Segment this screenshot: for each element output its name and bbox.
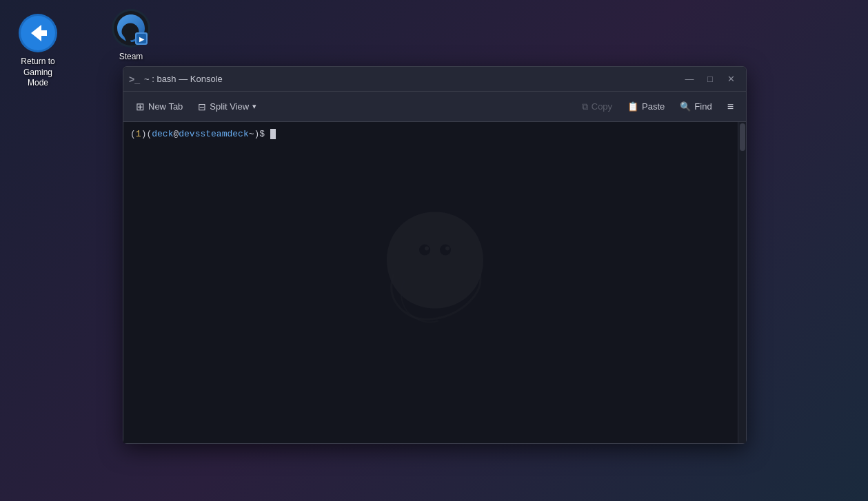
prompt-number: 1: [136, 127, 141, 141]
copy-icon: ⧉: [582, 101, 588, 112]
steam-icon-image: ▶: [110, 8, 152, 49]
close-button[interactable]: ✕: [721, 71, 740, 88]
split-view-button[interactable]: ⊟ Split View ▾: [191, 98, 263, 116]
paste-icon: 📋: [627, 101, 638, 112]
menu-button[interactable]: ≡: [720, 97, 740, 116]
hamburger-icon: ≡: [727, 101, 734, 113]
steam-desktop-icon[interactable]: ▶ Steam: [100, 2, 162, 68]
split-view-label: Split View: [210, 101, 249, 112]
return-to-gaming-mode-icon[interactable]: Return to Gaming Mode: [7, 7, 69, 94]
prompt-close1: )(: [141, 127, 152, 141]
konsole-window: >_ ~ : bash — Konsole — □ ✕ ⊞ New Tab ⊟ …: [123, 66, 747, 444]
terminal-cursor: [270, 129, 276, 139]
new-tab-icon: ⊞: [136, 101, 145, 113]
toolbar-right: ⧉ Copy 📋 Paste 🔍 Find ≡: [575, 97, 740, 116]
toolbar-left: ⊞ New Tab ⊟ Split View ▾: [129, 97, 575, 116]
maximize-button[interactable]: □: [700, 71, 720, 88]
title-bar: >_ ~ : bash — Konsole — □ ✕: [123, 67, 746, 92]
terminal-prompt-line: (1)(deck@devssteamdeck ~)$: [130, 127, 731, 141]
split-view-dropdown-icon: ▾: [252, 102, 256, 111]
steam-label: Steam: [119, 52, 143, 63]
prompt-host: devssteamdeck: [179, 127, 248, 141]
svg-text:▶: ▶: [139, 36, 145, 43]
paste-button[interactable]: 📋 Paste: [620, 98, 672, 115]
prompt-space: [265, 127, 270, 141]
title-bar-controls: — □ ✕: [680, 71, 740, 88]
prompt-at: @: [173, 127, 179, 141]
title-bar-left: >_ ~ : bash — Konsole: [129, 74, 223, 85]
split-view-icon: ⊟: [198, 101, 206, 112]
terminal-area[interactable]: (1)(deck@devssteamdeck ~)$: [123, 122, 746, 443]
new-tab-label: New Tab: [148, 101, 183, 112]
prompt-dir: ~: [249, 127, 254, 141]
return-icon-image: [17, 12, 59, 54]
scrollbar-thumb[interactable]: [740, 123, 745, 151]
window-title: ~ : bash — Konsole: [144, 74, 223, 84]
find-label: Find: [694, 101, 711, 112]
new-tab-button[interactable]: ⊞ New Tab: [129, 97, 190, 116]
return-to-gaming-label: Return to Gaming Mode: [12, 57, 63, 89]
prompt-open1: (: [130, 127, 136, 141]
terminal-content[interactable]: (1)(deck@devssteamdeck ~)$: [123, 122, 738, 443]
prompt-dollar: $: [259, 127, 265, 141]
prompt-user: deck: [152, 127, 173, 141]
paste-label: Paste: [642, 101, 665, 112]
svg-rect-2: [40, 30, 47, 36]
copy-button[interactable]: ⧉ Copy: [575, 98, 619, 116]
terminal-icon: >_: [129, 74, 140, 85]
scrollbar-track[interactable]: [738, 122, 746, 443]
copy-label: Copy: [592, 101, 612, 112]
find-button[interactable]: 🔍 Find: [673, 98, 718, 115]
minimize-button[interactable]: —: [680, 71, 699, 88]
prompt-close2: ): [254, 127, 260, 141]
find-icon: 🔍: [680, 101, 691, 112]
toolbar: ⊞ New Tab ⊟ Split View ▾ ⧉ Copy 📋 Paste …: [123, 92, 746, 122]
